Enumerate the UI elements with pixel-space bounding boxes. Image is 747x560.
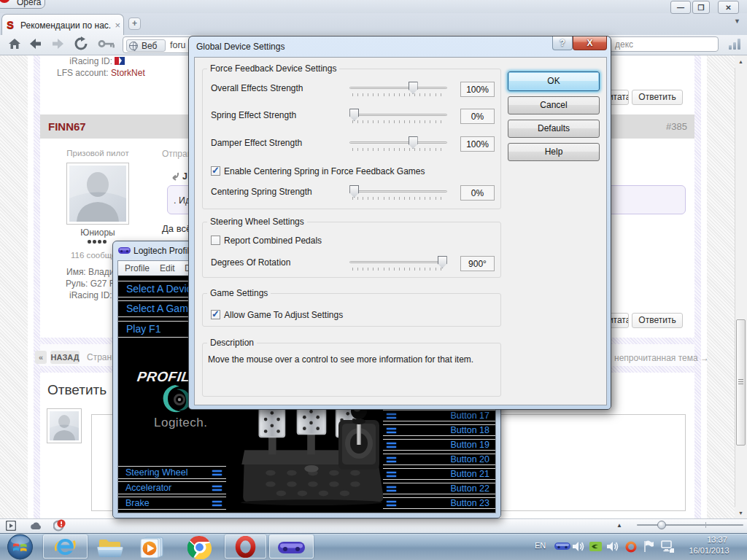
- axis-indicator-icon: [212, 501, 222, 507]
- damper-effect-slider[interactable]: [349, 136, 447, 158]
- cancel-button[interactable]: Cancel: [508, 96, 600, 114]
- tab-title: Рекомендации по нас...: [20, 20, 111, 31]
- iracing-id-label: iRacing ID:: [58, 56, 112, 66]
- network-speed-icon[interactable]: [729, 39, 741, 50]
- centering-spring-checkbox[interactable]: ✓: [211, 166, 220, 176]
- user-iracing-line: iRacing ID:: [69, 290, 112, 300]
- dialog-help-button[interactable]: ?: [552, 36, 573, 50]
- forward-icon[interactable]: [51, 36, 66, 51]
- axis-accelerator: Accelerator: [118, 481, 226, 494]
- scrollbar-thumb[interactable]: [736, 319, 746, 446]
- opera-update-icon[interactable]: [53, 519, 66, 532]
- damper-effect-thumb[interactable]: [409, 136, 418, 149]
- axis-indicator-icon: [212, 470, 222, 476]
- opera-taskbar-icon[interactable]: [235, 536, 256, 558]
- button-20-label: Button 20: [450, 454, 489, 465]
- tab-close-icon[interactable]: ×: [115, 20, 120, 31]
- tray-opera-icon[interactable]: [625, 541, 637, 553]
- combined-pedals-checkbox[interactable]: [211, 236, 220, 245]
- window-close-button[interactable]: ✕: [718, 1, 739, 14]
- axis-brake: Brake: [118, 497, 226, 510]
- button-22-row: Button 22: [383, 483, 496, 494]
- profiler-menu-profile[interactable]: Profile: [125, 263, 150, 273]
- tray-clock-time[interactable]: 13:37: [699, 535, 735, 544]
- help-button[interactable]: Help: [508, 143, 600, 161]
- tray-clock-date[interactable]: 16/01/2013: [683, 546, 735, 555]
- profiler-title: Logitech Profiler: [133, 246, 197, 256]
- back-icon[interactable]: [28, 36, 42, 51]
- browser-statusbar: [0, 518, 747, 533]
- ok-button[interactable]: OK: [508, 71, 600, 91]
- pagination-back-button[interactable]: НАЗАД: [50, 351, 80, 364]
- wmp-icon[interactable]: [139, 536, 165, 558]
- zoom-slider-thumb[interactable]: [657, 521, 666, 529]
- overall-effects-value: 100%: [460, 82, 495, 97]
- lfs-label: LFS account:: [57, 68, 109, 78]
- ie-icon[interactable]: [53, 535, 77, 559]
- start-button[interactable]: [4, 534, 36, 560]
- opera-menu-button[interactable]: Opera: [0, 0, 45, 9]
- window-minimize-button[interactable]: —: [670, 1, 691, 14]
- next-unread-link[interactable]: непрочитанная тема →: [614, 353, 709, 363]
- dialog-title: Global Device Settings: [196, 42, 285, 52]
- reply-button-prev[interactable]: Ответить: [632, 90, 683, 105]
- panels-toggle-icon[interactable]: [6, 521, 16, 531]
- iracing-flag-icon: [115, 57, 125, 65]
- user-rank-dots: [88, 240, 107, 244]
- explorer-icon[interactable]: [97, 537, 124, 557]
- tray-volume2-icon[interactable]: [607, 541, 619, 552]
- page-scrollbar[interactable]: [735, 55, 747, 519]
- browser-tab[interactable]: S Рекомендации по нас... ×: [1, 14, 124, 36]
- opera-link-cloud-icon[interactable]: [30, 521, 42, 530]
- centering-strength-slider[interactable]: [349, 184, 447, 206]
- search-text: декс: [615, 39, 633, 50]
- fit-width-icon[interactable]: ▲: [616, 522, 622, 529]
- rotation-slider[interactable]: [349, 255, 447, 277]
- tabbar-chevron-icon[interactable]: ▼: [734, 18, 740, 25]
- dialog-close-button[interactable]: X: [573, 36, 607, 50]
- scrollbar-down-icon[interactable]: ▼: [735, 507, 747, 519]
- post-number[interactable]: #385: [666, 121, 687, 132]
- address-security-badge[interactable]: Веб: [126, 39, 166, 52]
- pagination-first-button[interactable]: «: [35, 351, 47, 364]
- button-20-row: Button 20: [383, 454, 496, 465]
- spring-effect-slider[interactable]: [349, 108, 447, 130]
- post-author[interactable]: FINN67: [48, 120, 86, 133]
- scrollbar-up-icon[interactable]: ▲: [735, 55, 747, 68]
- button-21-row: Button 21: [383, 468, 496, 480]
- description-text: Move the mouse over a control to see mor…: [208, 354, 473, 365]
- button-23-row: Button 23: [383, 497, 496, 509]
- profiler-titlebar-icon: [118, 246, 131, 255]
- reload-icon[interactable]: [74, 36, 88, 51]
- tray-nvidia-icon[interactable]: [589, 542, 602, 551]
- search-field[interactable]: декс: [605, 36, 719, 52]
- overall-effects-thumb[interactable]: [409, 82, 418, 94]
- tray-volume-icon[interactable]: [573, 541, 585, 552]
- defaults-button[interactable]: Defaults: [508, 120, 600, 138]
- reply-button[interactable]: Ответить: [632, 313, 683, 328]
- zoom-slider-track[interactable]: [637, 524, 743, 526]
- allow-game-checkbox[interactable]: ✓: [211, 310, 220, 319]
- centering-strength-thumb[interactable]: [349, 185, 359, 198]
- centering-spring-checkbox-label: Enable Centering Spring in Force Feedbac…: [224, 166, 425, 176]
- chrome-icon[interactable]: [187, 535, 212, 559]
- tray-action-center-icon[interactable]: [643, 540, 654, 552]
- globe-icon: [129, 42, 138, 50]
- home-icon[interactable]: [7, 36, 22, 51]
- new-tab-button[interactable]: +: [128, 18, 141, 30]
- allow-game-checkbox-label: Allow Game To Adjust Settings: [224, 310, 343, 320]
- profiler-menu-edit[interactable]: Edit: [160, 263, 175, 273]
- lfs-link[interactable]: StorkNet: [111, 68, 145, 78]
- profiler-taskbar-icon[interactable]: [278, 540, 305, 556]
- game-group-label: Game Settings: [207, 288, 271, 298]
- overall-effects-slider[interactable]: [349, 81, 447, 103]
- key-icon[interactable]: [98, 36, 115, 51]
- tray-gamepad-icon[interactable]: [554, 542, 570, 551]
- tray-network-icon[interactable]: [659, 540, 674, 553]
- spring-effect-thumb[interactable]: [349, 109, 359, 121]
- user-avatar[interactable]: [66, 163, 129, 225]
- tray-language[interactable]: EN: [535, 541, 546, 550]
- window-maximize-button[interactable]: ❐: [692, 1, 710, 14]
- rotation-thumb[interactable]: [438, 256, 447, 268]
- lfs-account-row: LFS account: StorkNet: [57, 68, 145, 78]
